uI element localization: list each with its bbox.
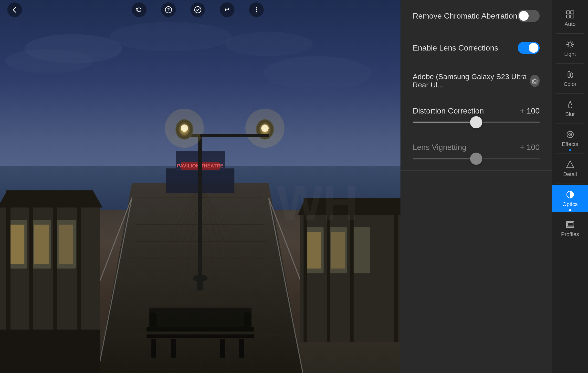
svg-rect-77 xyxy=(244,312,251,327)
svg-rect-39 xyxy=(0,330,100,373)
sidebar-item-detail-label: Detail xyxy=(563,171,577,177)
distortion-correction-fill xyxy=(413,122,476,123)
svg-rect-92 xyxy=(567,11,570,14)
distortion-correction-value: + 100 xyxy=(520,106,540,115)
svg-rect-94 xyxy=(567,15,570,18)
svg-rect-35 xyxy=(6,190,10,330)
svg-rect-38 xyxy=(77,200,81,330)
svg-line-101 xyxy=(567,42,568,43)
svg-point-87 xyxy=(256,7,257,9)
svg-point-86 xyxy=(195,7,201,13)
svg-point-110 xyxy=(570,134,571,135)
svg-point-88 xyxy=(256,9,257,10)
svg-rect-69 xyxy=(147,327,254,332)
sidebar-item-detail[interactable]: Detail xyxy=(552,155,588,182)
sidebar-divider-6 xyxy=(556,184,585,184)
right-panel: Remove Chromatic Aberration Enable Lens … xyxy=(400,0,588,373)
sidebar-item-auto[interactable]: Auto xyxy=(552,5,588,32)
svg-line-102 xyxy=(572,46,573,47)
sidebar-item-blur[interactable]: Blur xyxy=(552,95,588,122)
svg-rect-34 xyxy=(59,225,73,264)
svg-point-82 xyxy=(225,32,313,56)
profile-row[interactable]: Adobe (Samsung Galaxy S23 Ultra Rear Ul.… xyxy=(400,64,552,98)
distortion-correction-section: Distortion Correction + 100 xyxy=(400,98,552,134)
lens-vignetting-fill xyxy=(413,158,476,159)
svg-point-68 xyxy=(193,275,208,282)
svg-point-65 xyxy=(245,109,284,148)
svg-rect-95 xyxy=(571,15,574,18)
toggle-knob xyxy=(519,11,529,21)
svg-rect-44 xyxy=(352,227,370,273)
blur-icon xyxy=(566,100,575,109)
distortion-correction-thumb[interactable] xyxy=(470,116,482,128)
toolbar: ? xyxy=(0,0,400,20)
back-button[interactable] xyxy=(7,2,22,17)
svg-point-80 xyxy=(5,49,93,73)
svg-rect-45 xyxy=(307,232,321,269)
sidebar-item-light-label: Light xyxy=(564,51,576,57)
svg-line-104 xyxy=(567,46,568,47)
sidebar-divider-2 xyxy=(556,63,585,64)
profiles-icon xyxy=(566,220,575,229)
svg-point-81 xyxy=(264,56,371,90)
pier-scene-svg: PAVILION THEATRE xyxy=(0,0,400,373)
sidebar-item-profiles[interactable]: Profiles xyxy=(552,215,588,242)
sidebar-divider-5 xyxy=(556,154,585,154)
distortion-correction-label: Distortion Correction xyxy=(413,106,484,115)
svg-rect-70 xyxy=(147,334,254,338)
chromatic-aberration-label: Remove Chromatic Aberration xyxy=(413,11,517,21)
more-button[interactable] xyxy=(249,2,264,17)
color-icon xyxy=(566,70,575,79)
svg-rect-37 xyxy=(53,200,57,330)
done-button[interactable] xyxy=(190,2,205,17)
svg-rect-73 xyxy=(220,339,225,358)
sidebar-item-light[interactable]: Light xyxy=(552,35,588,62)
toggle-knob-on xyxy=(529,43,538,53)
lens-vignetting-label: Lens Vignetting xyxy=(413,143,466,152)
svg-rect-105 xyxy=(568,71,570,78)
detail-icon xyxy=(566,160,575,169)
svg-rect-50 xyxy=(394,198,398,342)
effects-icon xyxy=(566,130,575,139)
sidebar-item-color-label: Color xyxy=(564,81,577,87)
svg-rect-56 xyxy=(198,134,202,281)
profile-label: Adobe (Samsung Galaxy S23 Ultra Rear Ul.… xyxy=(413,73,530,89)
sidebar-divider-3 xyxy=(556,93,585,94)
svg-point-107 xyxy=(570,73,573,78)
optics-dot xyxy=(569,209,571,211)
sidebar-item-auto-label: Auto xyxy=(565,21,576,27)
sidebar-item-effects[interactable]: Effects xyxy=(552,125,588,152)
svg-rect-36 xyxy=(29,200,33,330)
svg-point-96 xyxy=(568,43,572,46)
lens-vignetting-value: + 100 xyxy=(520,143,540,152)
svg-rect-76 xyxy=(149,312,157,327)
distortion-correction-track[interactable] xyxy=(413,122,540,123)
sidebar-divider-4 xyxy=(556,124,585,124)
svg-rect-74 xyxy=(239,339,244,358)
effects-dot xyxy=(569,149,571,151)
photo-canvas: PAVILION THEATRE xyxy=(0,0,400,373)
sidebar-item-blur-label: Blur xyxy=(565,111,575,117)
share-button[interactable] xyxy=(220,2,234,17)
sidebar-item-profiles-label: Profiles xyxy=(561,231,579,238)
chromatic-aberration-toggle[interactable] xyxy=(518,10,540,22)
sidebar-item-effects-label: Effects xyxy=(562,141,578,147)
sidebar-divider-1 xyxy=(556,33,585,34)
lens-vignetting-thumb xyxy=(470,153,482,165)
undo-button[interactable] xyxy=(132,2,147,17)
profile-camera-icon[interactable] xyxy=(530,75,540,87)
svg-marker-111 xyxy=(567,161,574,168)
settings-panel: Remove Chromatic Aberration Enable Lens … xyxy=(400,0,552,373)
light-icon xyxy=(566,40,575,49)
svg-text:WH: WH xyxy=(277,176,358,230)
svg-rect-75 xyxy=(149,308,252,327)
sidebar-item-color[interactable]: Color xyxy=(552,65,588,92)
svg-rect-71 xyxy=(151,339,156,358)
chromatic-aberration-row: Remove Chromatic Aberration xyxy=(400,0,552,32)
help-button[interactable]: ? xyxy=(161,2,176,17)
svg-rect-66 xyxy=(200,134,269,137)
svg-rect-114 xyxy=(567,222,573,226)
svg-line-103 xyxy=(572,42,573,43)
sidebar-item-optics[interactable]: Optics xyxy=(552,185,588,212)
lens-corrections-toggle[interactable] xyxy=(518,42,540,54)
